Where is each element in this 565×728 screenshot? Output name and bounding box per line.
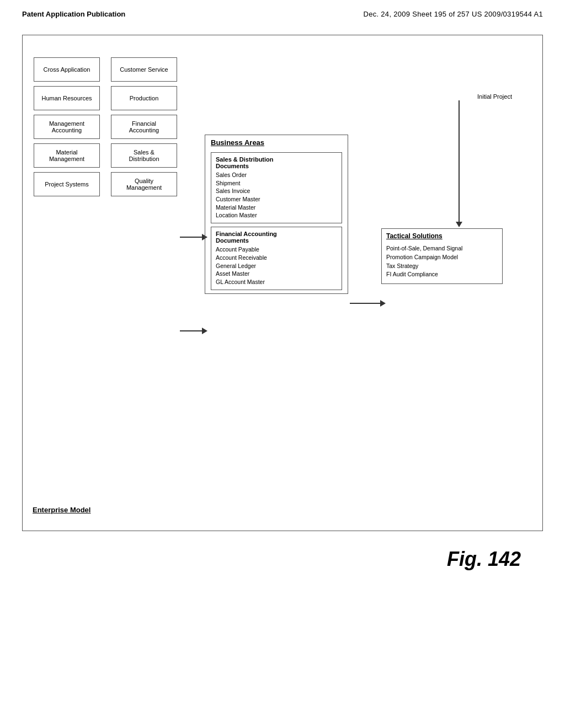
initial-project-label: Initial Project	[477, 93, 512, 100]
financial-title: Financial AccountingDocuments	[216, 231, 337, 244]
right-column: Customer Service Production Financial Ac…	[111, 57, 177, 196]
box-project-systems: Project Systems	[34, 172, 100, 196]
box-production: Production	[111, 86, 177, 110]
arrow-to-sales	[180, 234, 207, 240]
enterprise-label: Enterprise Model	[33, 506, 90, 514]
tactical-solutions: Tactical Solutions Point-of-Sale, Demand…	[381, 228, 503, 284]
diagram-container: Enterprise Model Cross Application Human…	[22, 35, 543, 531]
page-header: Patent Application Publication Dec. 24, …	[0, 0, 565, 24]
arrow-to-tactical	[350, 300, 386, 307]
box-cross-application: Cross Application	[34, 57, 100, 82]
financial-section: Financial AccountingDocuments Account Pa…	[211, 227, 342, 290]
box-management-accounting: Management Accounting	[34, 115, 100, 139]
financial-items: Account Payable Account Receivable Gener…	[216, 245, 337, 286]
box-quality-management: Quality Management	[111, 172, 177, 196]
business-areas-title: Business Areas	[205, 135, 348, 149]
tactical-items: Point-of-Sale, Demand Signal Promotion C…	[382, 242, 502, 283]
left-column: Cross Application Human Resources Manage…	[34, 57, 100, 196]
tactical-title: Tactical Solutions	[382, 229, 502, 242]
fig-142: Fig. 142	[447, 548, 521, 570]
box-sales-distribution: Sales & Distribution	[111, 143, 177, 168]
box-human-resources: Human Resources	[34, 86, 100, 110]
sales-dist-title: Sales & DistributionDocuments	[216, 156, 337, 169]
sales-dist-items: Sales Order Shipment Sales Invoice Custo…	[216, 171, 337, 220]
box-customer-service: Customer Service	[111, 57, 177, 82]
arrow-to-financial	[180, 328, 207, 334]
sales-dist-section: Sales & DistributionDocuments Sales Orde…	[211, 152, 342, 223]
publication-label: Patent Application Publication	[22, 10, 125, 18]
business-areas: Business Areas Sales & DistributionDocum…	[205, 135, 348, 294]
box-financial-accounting: Financial Accounting	[111, 115, 177, 139]
box-material-management: Material Management	[34, 143, 100, 168]
fig-label: Fig. 142	[0, 548, 521, 571]
arrow-initial-project	[456, 100, 462, 227]
publication-info: Dec. 24, 2009 Sheet 195 of 257 US 2009/0…	[363, 10, 543, 18]
